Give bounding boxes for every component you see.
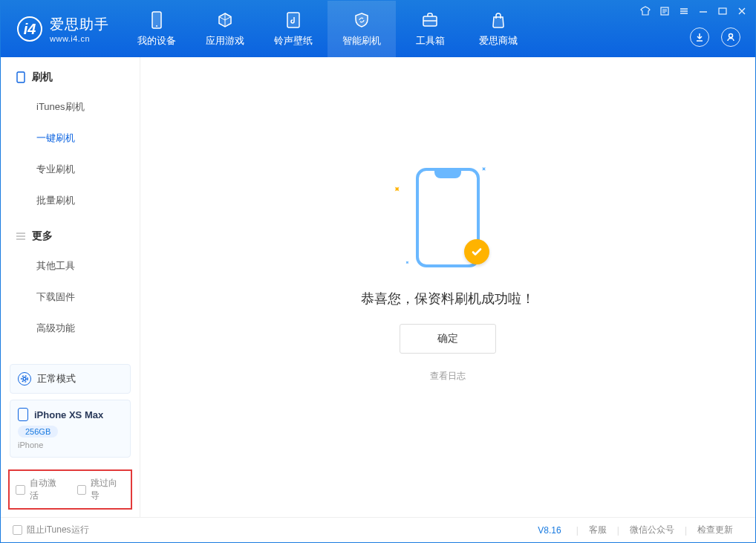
svg-rect-5 [719,8,726,14]
sidebar-item-batch-flash[interactable]: 批量刷机 [1,185,140,216]
device-mode-card[interactable]: 正常模式 [10,364,131,394]
auto-activate-checkbox[interactable]: 自动激活 [16,477,64,502]
minimize-button[interactable] [697,5,709,17]
list-icon [16,231,26,241]
nav-label: 应用游戏 [206,34,244,48]
success-illustration: ✦ ✦ ✦ [388,162,507,273]
logo-block: i4 爱思助手 www.i4.cn [1,1,123,57]
nav-label: 智能刷机 [342,34,381,48]
device-storage-badge: 256GB [18,426,58,438]
sidebar: 刷机 iTunes刷机 一键刷机 专业刷机 批量刷机 更多 其他工具 下载固件 … [1,57,140,517]
maximize-button[interactable] [717,5,729,17]
flash-options-row: 自动激活 跳过向导 [8,469,132,510]
app-header: i4 爱思助手 www.i4.cn 我的设备 应用游戏 铃声壁纸 智能刷机 [1,1,755,57]
window-controls [639,5,748,17]
wechat-link[interactable]: 微信公众号 [619,524,685,536]
sidebar-item-itunes-flash[interactable]: iTunes刷机 [1,91,140,123]
sidebar-item-one-click-flash[interactable]: 一键刷机 [1,123,140,154]
device-mode-label: 正常模式 [37,372,76,386]
version-label: V8.16 [538,525,561,536]
success-message: 恭喜您，保资料刷机成功啦！ [361,290,535,308]
sidebar-item-other-tools[interactable]: 其他工具 [1,250,140,282]
device-info-card[interactable]: iPhone XS Max 256GB iPhone [10,400,131,458]
sidebar-item-advanced[interactable]: 高级功能 [1,313,140,344]
nav-my-device[interactable]: 我的设备 [123,1,191,57]
nav-smart-flash[interactable]: 智能刷机 [328,1,396,57]
skip-wizard-checkbox[interactable]: 跳过向导 [77,477,126,502]
device-phone-icon [18,408,28,421]
logo-icon: i4 [17,16,42,42]
block-itunes-checkbox[interactable]: 阻止iTunes运行 [13,524,89,536]
phone-outline-icon [16,72,26,82]
svg-point-1 [156,25,157,27]
sparkle-icon: ✦ [391,183,403,196]
bag-icon [489,10,508,30]
sidebar-item-pro-flash[interactable]: 专业刷机 [1,154,140,185]
cube-icon [215,10,235,30]
header-nav: 我的设备 应用游戏 铃声壁纸 智能刷机 工具箱 爱思商城 [123,1,532,57]
user-icon[interactable] [721,27,740,47]
svg-point-6 [729,34,733,38]
briefcase-icon [420,10,440,30]
logo-title: 爱思助手 [50,15,109,34]
download-icon[interactable] [690,27,709,47]
music-file-icon [284,10,303,30]
menu-icon[interactable] [678,5,690,17]
nav-label: 铃声壁纸 [274,34,313,48]
check-badge-icon [464,239,489,264]
ok-button[interactable]: 确定 [400,324,496,354]
sidebar-section-flash: 刷机 [1,71,140,91]
checkbox-icon [16,485,25,495]
shield-refresh-icon [352,10,371,30]
svg-point-8 [23,377,26,380]
nav-ringtone[interactable]: 铃声壁纸 [259,1,328,57]
svg-rect-2 [287,13,299,27]
shirt-icon[interactable] [639,5,651,17]
svg-rect-7 [17,72,25,82]
checkbox-icon [13,525,22,535]
nav-label: 我的设备 [137,34,176,48]
sidebar-section-more: 更多 [1,230,140,250]
svg-point-9 [22,376,27,382]
view-log-link[interactable]: 查看日志 [430,370,466,383]
support-link[interactable]: 客服 [579,524,617,536]
phone-icon [147,10,166,30]
footer: 阻止iTunes运行 V8.16 | 客服 | 微信公众号 | 检查更新 [1,517,755,542]
main-content: ✦ ✦ ✦ 恭喜您，保资料刷机成功啦！ 确定 查看日志 [140,57,755,517]
close-button[interactable] [736,5,748,17]
sparkle-icon: ✦ [403,259,411,267]
nav-label: 爱思商城 [479,34,518,48]
note-icon[interactable] [659,5,671,17]
sparkle-icon: ✦ [478,164,488,174]
nav-apps[interactable]: 应用游戏 [191,1,259,57]
check-update-link[interactable]: 检查更新 [687,524,743,536]
nav-store[interactable]: 爱思商城 [464,1,532,57]
checkbox-icon [77,485,87,495]
device-type: iPhone [18,440,123,449]
device-name: iPhone XS Max [34,409,103,420]
nav-toolbox[interactable]: 工具箱 [396,1,464,57]
sidebar-item-download-firmware[interactable]: 下载固件 [1,282,140,313]
mode-icon [18,372,31,386]
logo-url: www.i4.cn [50,34,109,43]
nav-label: 工具箱 [416,34,445,48]
